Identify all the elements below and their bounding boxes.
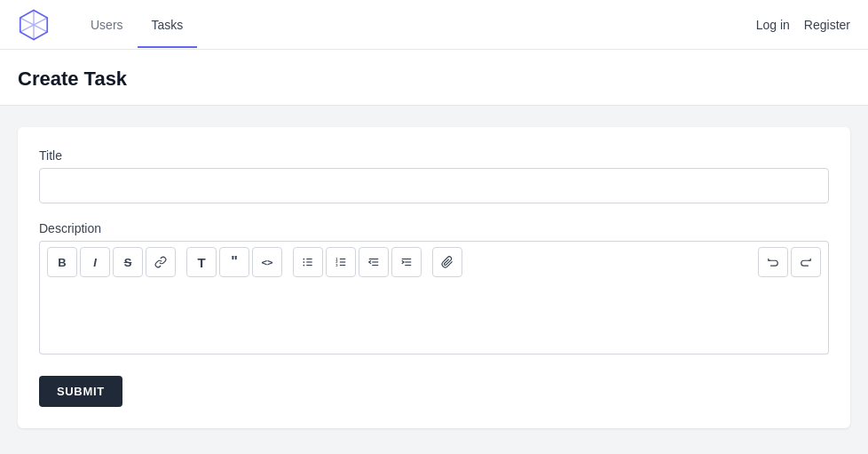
logo[interactable]	[18, 9, 50, 41]
title-label: Title	[39, 148, 829, 163]
strikethrough-button[interactable]: S	[113, 247, 143, 277]
form-card: Title Description B I S	[18, 127, 850, 428]
editor-toolbar: B I S T " <>	[39, 241, 829, 283]
undo-button[interactable]	[758, 247, 788, 277]
description-textarea[interactable]	[39, 283, 829, 354]
navbar: Users Tasks Log in Register	[0, 0, 868, 50]
main-content: Title Description B I S	[0, 106, 868, 450]
nav-tasks[interactable]: Tasks	[138, 2, 198, 48]
page-header: Create Task	[0, 50, 868, 106]
heading-button[interactable]: T	[186, 247, 217, 277]
svg-point-5	[303, 265, 304, 267]
editor-container: B I S T " <>	[39, 241, 829, 358]
redo-button[interactable]	[791, 247, 821, 277]
page-title: Create Task	[18, 68, 850, 91]
nav-links: Users Tasks	[76, 2, 756, 48]
code-button[interactable]: <>	[252, 247, 282, 277]
login-link[interactable]: Log in	[756, 18, 790, 32]
nav-users[interactable]: Users	[76, 2, 138, 48]
italic-button[interactable]: I	[80, 247, 110, 277]
title-group: Title	[39, 148, 829, 203]
submit-button[interactable]: SUBMIT	[39, 376, 122, 407]
link-button[interactable]	[146, 247, 176, 277]
register-link[interactable]: Register	[804, 18, 850, 32]
bold-button[interactable]: B	[47, 247, 77, 277]
navbar-auth: Log in Register	[756, 18, 850, 32]
description-group: Description B I S T	[39, 221, 829, 358]
title-input[interactable]	[39, 168, 829, 203]
svg-text:3: 3	[335, 263, 338, 267]
blockquote-button[interactable]: "	[219, 247, 249, 277]
bullet-list-button[interactable]	[293, 247, 323, 277]
attachment-button[interactable]	[432, 247, 462, 277]
svg-point-4	[303, 261, 304, 263]
outdent-button[interactable]	[359, 247, 389, 277]
description-label: Description	[39, 221, 829, 235]
ordered-list-button[interactable]: 1 2 3	[326, 247, 356, 277]
svg-point-3	[303, 259, 304, 260]
indent-button[interactable]	[391, 247, 422, 277]
